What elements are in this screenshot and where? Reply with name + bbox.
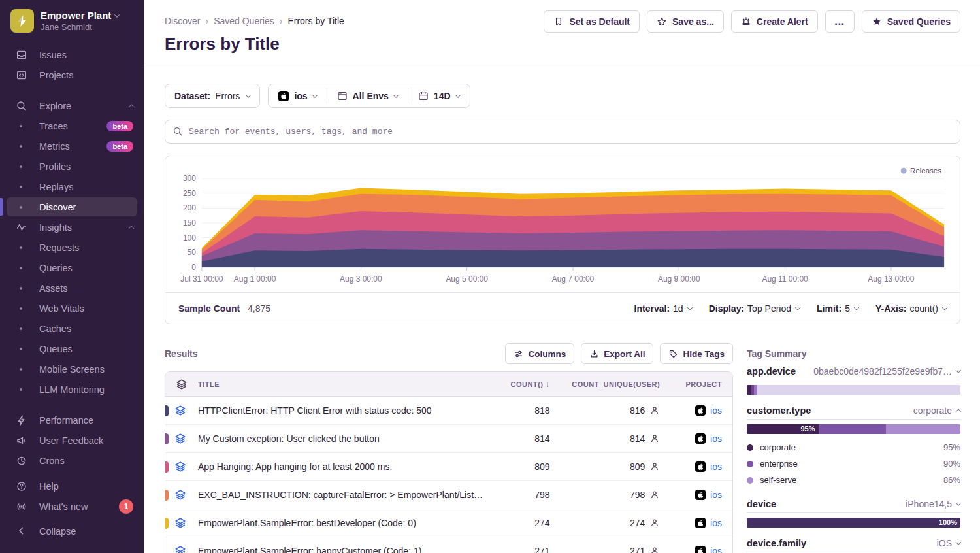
tag-section-device: deviceiPhone14,5100% bbox=[747, 499, 960, 528]
project-link[interactable]: ios bbox=[710, 405, 722, 416]
interval-selector[interactable]: Interval:1d bbox=[634, 303, 692, 314]
sidebar-item-what-s-new[interactable]: What's new1 bbox=[0, 496, 144, 516]
tag-value-toggle[interactable]: iPhone14,5 bbox=[906, 499, 960, 509]
svg-text:Aug 9 00:00: Aug 9 00:00 bbox=[658, 275, 700, 284]
environment-selector[interactable]: All Envs bbox=[327, 84, 408, 107]
apple-ios-icon bbox=[695, 518, 706, 528]
column-count-unique[interactable]: COUNT_UNIQUE(USER) bbox=[561, 372, 671, 397]
error-title-link[interactable]: EmpowerPlant.SampleError: happyCustomer … bbox=[198, 546, 421, 553]
tag-value-toggle[interactable]: iOS bbox=[937, 538, 960, 548]
sidebar-item-traces[interactable]: Tracesbeta bbox=[0, 116, 144, 136]
chevron-down-icon bbox=[942, 305, 947, 310]
sidebar-item-issues[interactable]: Issues bbox=[0, 44, 144, 65]
sidebar-item-replays[interactable]: Replays bbox=[0, 176, 144, 197]
chevron-left-icon bbox=[16, 525, 27, 539]
date-range-value: 14D bbox=[434, 91, 451, 101]
sidebar-section-insights[interactable]: Insights bbox=[0, 217, 144, 237]
tag-bar-segment[interactable]: 100% bbox=[747, 518, 960, 528]
sidebar-item-assets[interactable]: Assets bbox=[0, 278, 144, 298]
sidebar-item-llm-monitoring[interactable]: LLM Monitoring bbox=[0, 379, 144, 399]
breadcrumb-saved-queries[interactable]: Saved Queries bbox=[214, 16, 274, 26]
save-as-button[interactable]: Save as... bbox=[647, 10, 724, 33]
search-icon bbox=[172, 126, 183, 137]
sidebar-item-profiles[interactable]: Profiles bbox=[0, 156, 144, 176]
sidebar-item-help[interactable]: Help bbox=[0, 476, 144, 496]
error-title-link[interactable]: EmpowerPlant.SampleError: bestDeveloper … bbox=[198, 518, 416, 528]
error-title-link[interactable]: My Custom exeption: User clicked the but… bbox=[198, 433, 380, 444]
environment-value: All Envs bbox=[353, 91, 389, 101]
broadcast-icon bbox=[16, 501, 27, 512]
project-selector[interactable]: ios bbox=[269, 84, 326, 107]
display-selector[interactable]: Display:Top Period bbox=[709, 303, 800, 314]
download-icon bbox=[589, 349, 599, 359]
user-icon bbox=[649, 461, 660, 472]
chevron-down-icon bbox=[956, 539, 961, 545]
search-input[interactable] bbox=[165, 120, 960, 144]
y-axis-selector[interactable]: Y-Axis:count() bbox=[875, 303, 947, 314]
column-count[interactable]: COUNT() ↓ bbox=[493, 372, 560, 397]
hide-tags-button[interactable]: Hide Tags bbox=[660, 343, 733, 364]
dataset-selector[interactable]: Dataset: Errors bbox=[165, 84, 260, 108]
error-title-link[interactable]: App Hanging: App hanging for at least 20… bbox=[198, 461, 392, 472]
sidebar-item-user-feedback[interactable]: User Feedback bbox=[0, 430, 144, 450]
svg-text:Aug 7 00:00: Aug 7 00:00 bbox=[552, 275, 595, 284]
beta-badge: beta bbox=[106, 141, 133, 152]
column-project[interactable]: PROJECT bbox=[670, 372, 732, 397]
count-unique-cell: 814 bbox=[571, 433, 661, 444]
date-range-selector[interactable]: 14D bbox=[408, 84, 470, 107]
bullet-icon bbox=[20, 246, 22, 249]
tag-value-toggle[interactable]: 0baebc0de4982f1255f2e9e9fb7… bbox=[813, 366, 960, 377]
tag-bar-segment[interactable] bbox=[819, 424, 886, 434]
search-bar bbox=[165, 120, 960, 144]
set-as-default-button[interactable]: Set as Default bbox=[544, 10, 640, 33]
filter-row: Dataset: Errors ios All Envs bbox=[165, 84, 960, 108]
columns-button[interactable]: Columns bbox=[505, 343, 574, 364]
project-link[interactable]: ios bbox=[710, 461, 722, 472]
breadcrumb-discover[interactable]: Discover bbox=[165, 16, 200, 26]
legend-releases[interactable]: Releases bbox=[901, 167, 942, 175]
ellipsis-icon: … bbox=[834, 16, 845, 27]
org-switcher[interactable]: Empower Plant Jane Schmidt bbox=[0, 0, 144, 39]
sidebar-item-caches[interactable]: Caches bbox=[0, 318, 144, 339]
saved-queries-button[interactable]: Saved Queries bbox=[862, 10, 960, 33]
sidebar-item-discover[interactable]: Discover bbox=[0, 197, 144, 217]
org-user: Jane Schmidt bbox=[41, 22, 119, 32]
count-cell: 809 bbox=[493, 453, 560, 481]
sidebar-item-crons[interactable]: Crons bbox=[0, 450, 144, 471]
limit-selector[interactable]: Limit:5 bbox=[817, 303, 858, 314]
create-alert-button[interactable]: Create Alert bbox=[731, 10, 818, 33]
tag-value-toggle[interactable]: corporate bbox=[913, 405, 960, 416]
sidebar-item-performance[interactable]: Performance bbox=[0, 410, 144, 430]
project-link[interactable]: ios bbox=[710, 518, 722, 528]
project-link[interactable]: ios bbox=[710, 433, 722, 444]
stacked-area-chart[interactable]: 050100150200250300Jul 31 00:00Aug 1 00:0… bbox=[165, 156, 960, 292]
projects-icon bbox=[16, 69, 27, 81]
table-row: EXC_BAD_INSTRUCTION: captureFatalError: … bbox=[165, 481, 732, 509]
sidebar-item-metrics[interactable]: Metricsbeta bbox=[0, 136, 144, 156]
collapse-button[interactable]: Collapse bbox=[0, 523, 144, 553]
error-title-link[interactable]: HTTPClientError: HTTP Client Error with … bbox=[198, 405, 432, 416]
tag-bar-segment[interactable] bbox=[886, 424, 960, 434]
sidebar-section-explore[interactable]: Explore bbox=[0, 95, 144, 116]
export-all-button[interactable]: Export All bbox=[581, 343, 653, 364]
tag-summary-title: Tag Summary bbox=[747, 343, 960, 365]
sidebar-item-projects[interactable]: Projects bbox=[0, 65, 144, 85]
lightning-icon bbox=[16, 414, 27, 426]
tag-bar-segment[interactable]: 95% bbox=[747, 424, 819, 434]
sidebar-item-mobile-screens[interactable]: Mobile Screens bbox=[0, 359, 144, 379]
sidebar-item-web-vitals[interactable]: Web Vitals bbox=[0, 298, 144, 318]
tag-name: customer.type bbox=[747, 405, 811, 416]
table-row: HTTPClientError: HTTP Client Error with … bbox=[165, 397, 732, 425]
column-title[interactable]: TITLE bbox=[188, 372, 493, 397]
more-options-button[interactable]: … bbox=[825, 10, 855, 33]
sidebar-item-queries[interactable]: Queries bbox=[0, 258, 144, 278]
svg-text:300: 300 bbox=[183, 174, 196, 183]
chevron-down-icon bbox=[854, 305, 859, 310]
error-title-link[interactable]: EXC_BAD_INSTRUCTION: captureFatalError: … bbox=[198, 490, 483, 500]
sidebar-item-queues[interactable]: Queues bbox=[0, 339, 144, 359]
project-link[interactable]: ios bbox=[710, 490, 722, 500]
project-link[interactable]: ios bbox=[710, 546, 722, 553]
series-color-chip bbox=[165, 518, 169, 529]
sidebar-item-requests[interactable]: Requests bbox=[0, 237, 144, 258]
tag-bar-segment[interactable] bbox=[757, 385, 960, 395]
